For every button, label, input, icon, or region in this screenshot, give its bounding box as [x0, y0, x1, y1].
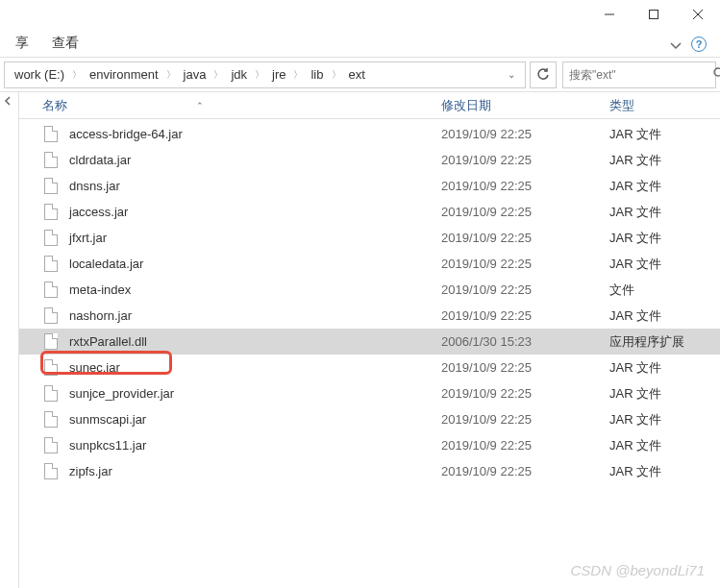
file-name: meta-index	[69, 282, 441, 297]
chevron-right-icon: 〉	[70, 68, 84, 82]
file-name: sunjce_provider.jar	[69, 386, 441, 401]
search-box[interactable]	[562, 61, 716, 88]
file-icon	[42, 436, 60, 455]
minimize-button[interactable]	[587, 0, 632, 29]
file-row[interactable]: meta-index2019/10/9 22:25文件	[19, 277, 720, 303]
file-icon	[42, 281, 60, 300]
file-row[interactable]: localedata.jar2019/10/9 22:25JAR 文件	[19, 251, 720, 277]
menu-bar: 享 查看 ?	[0, 29, 720, 58]
file-type: JAR 文件	[609, 307, 720, 325]
refresh-button[interactable]	[530, 61, 557, 88]
search-icon[interactable]	[713, 67, 720, 83]
file-type: JAR 文件	[609, 385, 720, 403]
file-date: 2019/10/9 22:25	[441, 153, 609, 167]
file-type: JAR 文件	[609, 230, 720, 247]
file-icon	[42, 332, 60, 352]
column-type[interactable]: 类型	[609, 97, 720, 114]
file-name: jaccess.jar	[69, 205, 441, 219]
sort-indicator-icon: ⌃	[196, 101, 204, 110]
breadcrumb-item[interactable]: environment	[84, 65, 164, 84]
file-date: 2019/10/9 22:25	[441, 386, 609, 401]
search-input[interactable]	[569, 68, 713, 82]
file-type: JAR 文件	[609, 463, 720, 480]
file-row[interactable]: sunjce_provider.jar2019/10/9 22:25JAR 文件	[19, 380, 720, 406]
file-date: 2019/10/9 22:25	[441, 308, 609, 323]
column-headers: 名称 ⌃ 修改日期 类型	[19, 92, 720, 119]
file-name: sunmscapi.jar	[69, 412, 441, 427]
file-icon	[42, 358, 60, 378]
file-row[interactable]: rxtxParallel.dll2006/1/30 15:23应用程序扩展	[19, 329, 720, 355]
chevron-right-icon: 〉	[253, 68, 266, 82]
file-date: 2019/10/9 22:25	[441, 282, 609, 297]
file-row[interactable]: access-bridge-64.jar2019/10/9 22:25JAR 文…	[19, 121, 720, 147]
breadcrumb-dropdown-icon[interactable]: ⌄	[508, 69, 515, 80]
chevron-right-icon: 〉	[330, 68, 343, 82]
close-button[interactable]	[676, 0, 720, 29]
watermark: CSDN @beyondLi71	[571, 562, 705, 578]
file-row[interactable]: dnsns.jar2019/10/9 22:25JAR 文件	[19, 173, 720, 199]
file-name: rxtxParallel.dll	[69, 334, 441, 349]
chevron-right-icon: 〉	[164, 68, 178, 82]
file-icon	[42, 384, 60, 404]
file-icon	[42, 229, 60, 248]
file-type: JAR 文件	[609, 256, 720, 273]
file-row[interactable]: sunpkcs11.jar2019/10/9 22:25JAR 文件	[19, 432, 720, 458]
column-date[interactable]: 修改日期	[441, 97, 609, 114]
file-name: sunec.jar	[69, 360, 441, 375]
file-date: 2006/1/30 15:23	[441, 334, 609, 349]
breadcrumb-item[interactable]: ext	[343, 65, 371, 84]
file-row[interactable]: sunmscapi.jar2019/10/9 22:25JAR 文件	[19, 406, 720, 432]
file-name: sunpkcs11.jar	[69, 438, 441, 453]
file-row[interactable]: nashorn.jar2019/10/9 22:25JAR 文件	[19, 303, 720, 329]
menu-share[interactable]: 享	[4, 31, 40, 56]
file-icon	[42, 462, 60, 481]
file-row[interactable]: zipfs.jar2019/10/9 22:25JAR 文件	[19, 458, 720, 484]
file-name: dnsns.jar	[69, 179, 441, 193]
chevron-right-icon: 〉	[211, 68, 225, 82]
file-type: JAR 文件	[609, 437, 720, 454]
content-area: 名称 ⌃ 修改日期 类型 access-bridge-64.jar2019/10…	[0, 92, 720, 588]
file-name: jfxrt.jar	[69, 231, 441, 245]
file-icon	[42, 203, 60, 222]
breadcrumb-item[interactable]: java	[178, 65, 212, 84]
breadcrumb-item[interactable]: jre	[266, 65, 291, 84]
ribbon-expand-icon[interactable]	[670, 38, 682, 53]
svg-point-4	[714, 68, 720, 76]
file-type: 应用程序扩展	[609, 333, 720, 351]
breadcrumb-item[interactable]: jdk	[225, 65, 253, 84]
nav-bar: work (E:)〉environment〉java〉jdk〉jre〉lib〉e…	[0, 58, 720, 92]
file-type: JAR 文件	[609, 359, 720, 377]
file-icon	[42, 125, 60, 144]
column-name-label: 名称	[42, 97, 67, 114]
file-name: access-bridge-64.jar	[69, 127, 441, 141]
breadcrumb-item[interactable]: lib	[305, 65, 329, 84]
file-row[interactable]: jaccess.jar2019/10/9 22:25JAR 文件	[19, 199, 720, 225]
file-type: JAR 文件	[609, 178, 720, 195]
file-list-area: 名称 ⌃ 修改日期 类型 access-bridge-64.jar2019/10…	[19, 92, 720, 588]
address-bar[interactable]: work (E:)〉environment〉java〉jdk〉jre〉lib〉e…	[4, 61, 526, 88]
file-icon	[42, 306, 60, 326]
breadcrumb-item[interactable]: work (E:)	[9, 65, 70, 84]
window-title-bar	[0, 0, 720, 29]
maximize-button[interactable]	[632, 0, 676, 29]
file-name: zipfs.jar	[69, 464, 441, 478]
file-type: JAR 文件	[609, 152, 720, 169]
help-icon[interactable]: ?	[691, 37, 707, 52]
file-date: 2019/10/9 22:25	[441, 127, 609, 141]
file-date: 2019/10/9 22:25	[441, 438, 609, 453]
file-date: 2019/10/9 22:25	[441, 179, 609, 193]
file-row[interactable]: jfxrt.jar2019/10/9 22:25JAR 文件	[19, 225, 720, 251]
menu-view[interactable]: 查看	[40, 31, 90, 56]
file-type: JAR 文件	[609, 204, 720, 221]
file-row[interactable]: cldrdata.jar2019/10/9 22:25JAR 文件	[19, 147, 720, 173]
file-name: nashorn.jar	[69, 308, 441, 323]
nav-chevron-icon[interactable]	[0, 92, 18, 111]
file-icon	[42, 410, 60, 429]
file-name: cldrdata.jar	[69, 153, 441, 167]
file-row[interactable]: sunec.jar2019/10/9 22:25JAR 文件	[19, 355, 720, 380]
column-name[interactable]: 名称 ⌃	[42, 97, 441, 114]
file-date: 2019/10/9 22:25	[441, 231, 609, 245]
file-type: 文件	[609, 282, 720, 299]
file-date: 2019/10/9 22:25	[441, 360, 609, 375]
file-date: 2019/10/9 22:25	[441, 412, 609, 427]
